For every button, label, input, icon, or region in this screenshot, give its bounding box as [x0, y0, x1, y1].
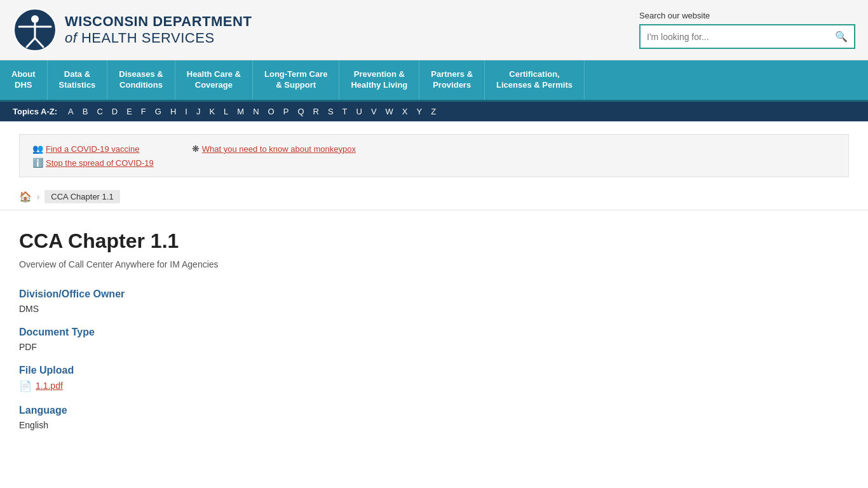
- main-content: CCA Chapter 1.1 Overview of Call Center …: [0, 217, 868, 447]
- search-box-wrap: 🔍: [639, 24, 855, 49]
- nav-item-partners-providers[interactable]: Partners &Providers: [419, 60, 485, 100]
- pdf-file-link[interactable]: 1.1.pdf: [36, 381, 63, 391]
- breadcrumb-current: CCA Chapter 1.1: [44, 190, 119, 203]
- info-icon: ℹ️: [32, 158, 43, 168]
- alert-covid-vaccine[interactable]: 👥Find a COVID-19 vaccine: [32, 144, 154, 154]
- page-title: CCA Chapter 1.1: [19, 229, 849, 253]
- main-nav: AboutDHSData &StatisticsDiseases &Condit…: [0, 60, 868, 102]
- search-label: Search our website: [639, 11, 710, 20]
- vaccine-icon: 👥: [32, 144, 43, 154]
- az-letter-s[interactable]: S: [325, 105, 337, 118]
- nav-item-diseases-conditions[interactable]: Diseases &Conditions: [107, 60, 175, 100]
- az-letter-x[interactable]: X: [399, 105, 411, 118]
- language-label: Language: [19, 405, 849, 416]
- az-letter-j[interactable]: J: [193, 105, 204, 118]
- alerts-right: ❋What you need to know about monkeypox: [192, 144, 356, 168]
- division-label: Division/Office Owner: [19, 288, 849, 300]
- search-input[interactable]: [641, 27, 829, 47]
- org-title-line2: of HEALTH SERVICES: [65, 30, 252, 46]
- division-section: Division/Office Owner DMS: [19, 288, 849, 314]
- covid-vaccine-link[interactable]: Find a COVID-19 vaccine: [46, 144, 139, 154]
- doc-type-label: Document Type: [19, 327, 849, 338]
- alerts-left: 👥Find a COVID-19 vaccine ℹ️Stop the spre…: [32, 144, 154, 168]
- az-letter-z[interactable]: Z: [428, 105, 439, 118]
- monkeypox-link[interactable]: What you need to know about monkeypox: [202, 144, 356, 154]
- language-section: Language English: [19, 405, 849, 430]
- nav-item-data-statistics[interactable]: Data &Statistics: [48, 60, 108, 100]
- az-letter-c[interactable]: C: [93, 105, 105, 118]
- org-title-line1: WISCONSIN DEPARTMENT: [65, 13, 252, 30]
- az-letter-f[interactable]: F: [138, 105, 149, 118]
- alerts-bar: 👥Find a COVID-19 vaccine ℹ️Stop the spre…: [19, 134, 849, 177]
- doc-type-value: PDF: [19, 342, 849, 352]
- az-letter-e[interactable]: E: [123, 105, 135, 118]
- search-area: Search our website 🔍: [639, 11, 855, 49]
- az-letter-y[interactable]: Y: [414, 105, 426, 118]
- bc-separator: ›: [37, 192, 39, 201]
- az-letter-v[interactable]: V: [368, 105, 380, 118]
- nav-item-long-term-care[interactable]: Long-Term Care& Support: [253, 60, 339, 100]
- dhs-logo-icon: [13, 8, 57, 52]
- language-value: English: [19, 420, 849, 430]
- az-letter-k[interactable]: K: [206, 105, 218, 118]
- az-letter-q[interactable]: Q: [294, 105, 307, 118]
- org-name: WISCONSIN DEPARTMENT of HEALTH SERVICES: [65, 13, 252, 46]
- division-value: DMS: [19, 304, 849, 314]
- az-letter-a[interactable]: A: [65, 105, 77, 118]
- az-letter-o[interactable]: O: [265, 105, 278, 118]
- svg-point-1: [31, 15, 39, 23]
- az-letter-d[interactable]: D: [109, 105, 121, 118]
- az-letter-w[interactable]: W: [383, 105, 397, 118]
- nav-item-health-care-coverage[interactable]: Health Care &Coverage: [175, 60, 253, 100]
- az-letter-u[interactable]: U: [353, 105, 365, 118]
- alert-monkeypox[interactable]: ❋What you need to know about monkeypox: [192, 144, 356, 154]
- home-icon[interactable]: 🏠: [19, 191, 32, 203]
- az-letter-r[interactable]: R: [310, 105, 322, 118]
- file-upload-label: File Upload: [19, 365, 849, 376]
- az-letter-b[interactable]: B: [79, 105, 92, 118]
- file-upload-section: File Upload 📄 1.1.pdf: [19, 365, 849, 392]
- pdf-link-wrap: 📄 1.1.pdf: [19, 380, 849, 392]
- az-letter-t[interactable]: T: [339, 105, 351, 118]
- monkeypox-icon: ❋: [192, 144, 200, 154]
- nav-item-about-dhs[interactable]: AboutDHS: [0, 60, 48, 100]
- covid-spread-link[interactable]: Stop the spread of COVID-19: [46, 158, 154, 168]
- az-letter-n[interactable]: N: [250, 105, 262, 118]
- logo-area: WISCONSIN DEPARTMENT of HEALTH SERVICES: [13, 8, 252, 52]
- search-button[interactable]: 🔍: [829, 25, 854, 48]
- az-letter-h[interactable]: H: [167, 105, 179, 118]
- az-letter-g[interactable]: G: [152, 105, 165, 118]
- az-letter-m[interactable]: M: [234, 105, 247, 118]
- nav-item-prevention-healthy-living[interactable]: Prevention &Healthy Living: [339, 60, 419, 100]
- az-letter-l[interactable]: L: [220, 105, 231, 118]
- az-letter-p[interactable]: P: [280, 105, 292, 118]
- page-subtitle: Overview of Call Center Anywhere for IM …: [19, 259, 849, 269]
- alert-covid-spread[interactable]: ℹ️Stop the spread of COVID-19: [32, 158, 154, 168]
- breadcrumb: 🏠 › CCA Chapter 1.1: [0, 184, 868, 210]
- az-bar: Topics A-Z: ABCDEFGHIJKLMNOPQRSTUVWXYZ: [0, 102, 868, 121]
- nav-item-certification[interactable]: Certification,Licenses & Permits: [485, 60, 585, 100]
- az-letter-i[interactable]: I: [182, 105, 191, 118]
- site-header: WISCONSIN DEPARTMENT of HEALTH SERVICES …: [0, 0, 868, 60]
- doc-type-section: Document Type PDF: [19, 327, 849, 352]
- az-bar-label: Topics A-Z:: [13, 107, 57, 116]
- pdf-icon: 📄: [19, 380, 32, 392]
